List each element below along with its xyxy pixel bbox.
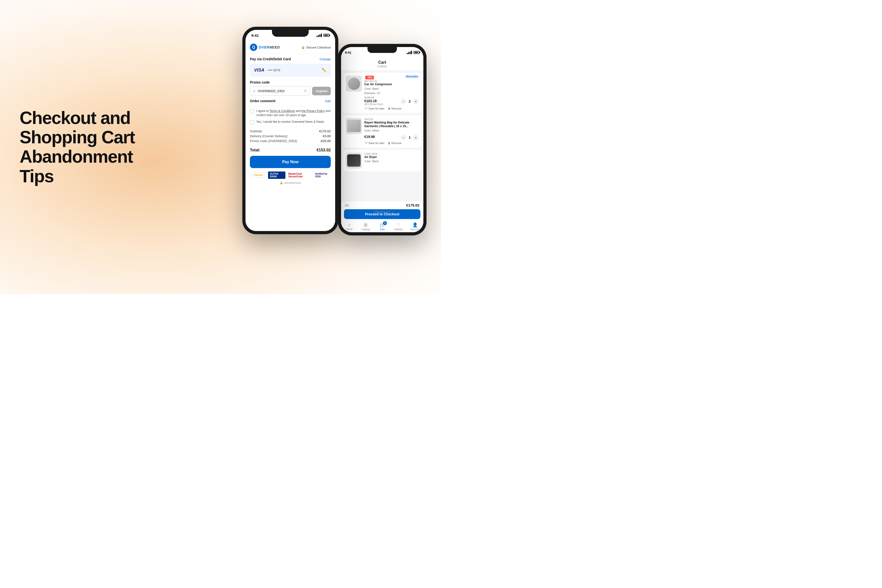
battery-icon-1	[323, 34, 329, 37]
item-name-2: Rayen Washing Bag for Delicate Garments …	[364, 121, 418, 128]
item-pricing-2: €19.98 − 1 +	[364, 134, 418, 140]
check-icon: ✓	[253, 89, 256, 93]
s-bar-1	[316, 36, 318, 37]
promo-section: Promo code ✓ OVERNEED_5353 ✕ Applied	[250, 80, 331, 96]
status-time-1: 9:41	[251, 33, 259, 38]
cart-title: Cart	[345, 60, 420, 64]
signal-bar-2	[408, 52, 409, 54]
cart-items-count: 5 items	[345, 64, 420, 68]
tab-wishlist[interactable]: ♡ Wishlist	[390, 221, 407, 232]
cart-items-list[interactable]: Bestseller -30% MICHELIN Car Air Compres…	[341, 71, 423, 218]
trust-badges: ✓ Norton ALPHA BANK MasterCard SecureCod…	[250, 171, 331, 179]
signal-bar-1	[407, 53, 408, 54]
signal-bar-3	[410, 51, 411, 54]
qty-control-1[interactable]: − 2 +	[401, 99, 418, 104]
qty-plus-1[interactable]: +	[413, 99, 418, 104]
item-details-2: RAYEN Rayen Washing Bag for Delicate Gar…	[364, 118, 418, 145]
subtotal-label: Subtotal:	[250, 129, 262, 133]
delivery-value: €3.00	[322, 134, 331, 138]
delivery-row: Delivery (Courier Delivery): €3.00	[250, 134, 331, 138]
status-time-2: 9:41	[345, 51, 351, 54]
item-diameter-1: Diameter: 12"	[364, 92, 418, 94]
grand-total-value: €153.02	[316, 148, 331, 152]
applied-button[interactable]: Applied	[312, 87, 331, 95]
privacy-link[interactable]: the Privacy Policy	[302, 109, 325, 113]
hero-title: Checkout and Shopping Cart Abandonment T…	[20, 108, 135, 186]
qty-control-2[interactable]: − 1 +	[401, 135, 418, 140]
tab-home[interactable]: ⌂ Home	[341, 221, 357, 232]
remove-1[interactable]: 🗑 Remove	[388, 107, 401, 110]
cart-bottom: tal: €175.02 Proceed to Checkout ⌂ Home …	[341, 201, 423, 232]
card-dots: •••• 5678	[268, 68, 280, 72]
phone-cart-screen: 9:41 Cart 5 items	[341, 47, 423, 232]
phones-container: 9:41 Cart 5 items	[243, 12, 426, 282]
add-comment-link[interactable]: Add	[325, 99, 331, 103]
tab-account[interactable]: 👤 Account	[407, 221, 423, 232]
checkout-content: Q OVERNEED 🔒 Secure Checkout Pay via Cre…	[246, 40, 335, 231]
catalog-icon: ⊞	[364, 222, 368, 228]
s-bar-3	[320, 34, 321, 37]
phone-checkout-screen: 9:41	[246, 30, 335, 231]
cart-item-2: RAYEN Rayen Washing Bag for Delicate Gar…	[343, 115, 422, 148]
edit-icon[interactable]: ✏️	[322, 68, 327, 72]
promo-total-label: Promo code (OVERNEED_5353):	[250, 139, 298, 143]
save-later-1[interactable]: 🤍 Save for later	[364, 107, 384, 110]
item-image-2	[346, 118, 362, 134]
clear-icon[interactable]: ✕	[304, 89, 307, 93]
signal-bars-1	[316, 34, 322, 37]
notch-2	[368, 47, 397, 53]
notch-1	[272, 30, 309, 37]
tab-cart[interactable]: 🛒 5 Cart	[374, 221, 390, 232]
price-old-1: €145.66	[364, 96, 383, 99]
dryer-image	[347, 154, 361, 166]
secure-badge: 🔒 Secure Checkout	[302, 46, 331, 49]
tab-catalog[interactable]: ⊞ Catalog	[357, 221, 374, 232]
delivery-label: Delivery (Courier Delivery):	[250, 134, 288, 138]
remove-2[interactable]: 🗑 Remove	[388, 142, 401, 145]
terms-checkbox[interactable]	[250, 110, 254, 113]
item-image-3	[346, 153, 362, 168]
grand-total-label: Total:	[250, 148, 260, 152]
cart-item-3: CARLINEA Air Dryer Color: Black	[343, 150, 422, 171]
cart-total-label: tal:	[345, 203, 349, 207]
logo-q: Q	[252, 45, 255, 50]
hero-text: Checkout and Shopping Cart Abandonment T…	[20, 108, 135, 186]
newsletter-checkbox[interactable]	[250, 120, 254, 124]
status-icons-1	[316, 34, 329, 37]
item-brand-3: CARLINEA	[364, 153, 418, 155]
grand-total-row: Total: €153.02	[250, 148, 331, 152]
item-actions-1: 🤍 Save for later 🗑 Remove	[364, 107, 418, 110]
tab-bar: ⌂ Home ⊞ Catalog 🛒 5 Cart	[341, 220, 423, 232]
account-icon: 👤	[412, 222, 418, 228]
change-link[interactable]: Change	[320, 57, 331, 61]
item-brand-1: MICHELIN	[364, 80, 418, 82]
qty-plus-2[interactable]: +	[413, 135, 418, 140]
tab-catalog-label: Catalog	[362, 228, 370, 231]
footer-url-1: 🔒 overneed.com	[250, 181, 331, 186]
item-details-1: Bestseller -30% MICHELIN Car Air Compres…	[364, 76, 418, 110]
battery-fill-2	[414, 52, 418, 53]
mastercard-badge: MasterCard SecureCode	[288, 172, 312, 178]
wishlist-icon: ♡	[397, 222, 400, 228]
cart-icon: 🛒 5	[380, 222, 385, 228]
tab-account-label: Account	[411, 228, 420, 231]
terms-link[interactable]: Terms & Conditions	[270, 109, 295, 113]
item-details-3: CARLINEA Air Dryer Color: Black	[364, 153, 418, 168]
pay-now-button[interactable]: Pay Now	[250, 156, 331, 168]
promo-input-row: ✓ OVERNEED_5353 ✕ Applied	[250, 86, 331, 96]
card-display: VISA •••• 5678 ✏️	[250, 64, 331, 76]
promo-label: Promo code	[250, 80, 331, 84]
s-bar-2	[318, 35, 319, 37]
alpha-bank-badge: ALPHA BANK	[268, 171, 285, 179]
item-color-3: Color: Black	[364, 160, 418, 163]
save-later-2[interactable]: 🤍 Save for later	[364, 142, 384, 145]
checkout-body[interactable]: Pay via Credit/Debit Card Change VISA ••…	[246, 54, 335, 230]
qty-minus-1[interactable]: −	[401, 99, 406, 104]
cart-badge: 5	[383, 221, 387, 225]
promo-input[interactable]: ✓ OVERNEED_5353 ✕	[250, 86, 310, 96]
divider-3	[250, 145, 331, 146]
promo-total-value: -€20.00	[320, 139, 331, 143]
cart-total-value: €175.02	[406, 203, 420, 207]
qty-minus-2[interactable]: −	[401, 135, 406, 140]
home-icon: ⌂	[348, 222, 351, 227]
